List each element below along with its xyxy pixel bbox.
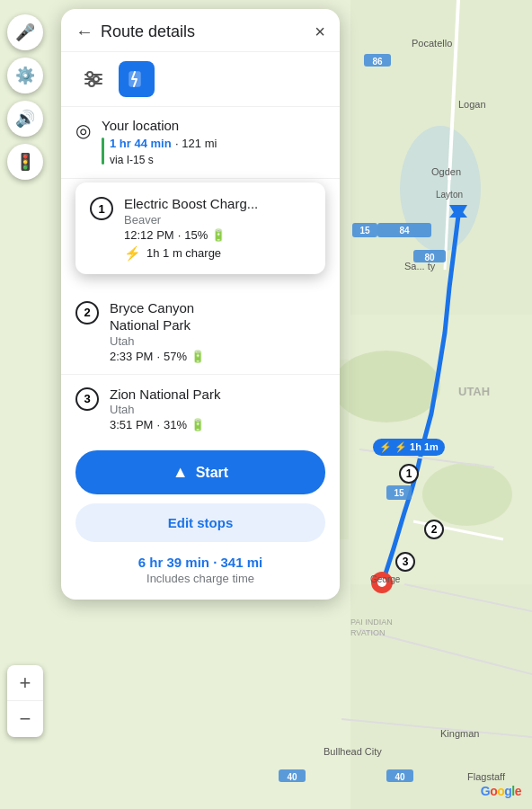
- stop-2-meta: 2:33 PM · 57% 🔋: [110, 350, 325, 363]
- stop-3-battery-icon: 🔋: [191, 418, 205, 431]
- stop-2-item[interactable]: 2 Bryce CanyonNational Park Utah 2:33 PM…: [61, 289, 340, 375]
- stop-3-details: Zion National Park Utah 3:51 PM · 31% 🔋: [110, 386, 325, 432]
- edit-stops-button[interactable]: Edit stops: [75, 503, 325, 542]
- stop-1-details: Electric Boost Charg... Beaver 12:12 PM …: [124, 195, 311, 262]
- svg-text:Kingman: Kingman: [440, 728, 479, 739]
- svg-text:Flagstaff: Flagstaff: [467, 771, 506, 782]
- stop-1-time: 12:12 PM: [124, 228, 174, 242]
- svg-text:PAI INDIAN: PAI INDIAN: [350, 618, 393, 627]
- svg-text:86: 86: [372, 57, 383, 67]
- svg-text:15: 15: [359, 226, 370, 236]
- alerts-button[interactable]: 🚦: [7, 144, 43, 180]
- stop-3-time: 3:51 PM: [110, 418, 153, 431]
- stop-1-battery: 15%: [184, 228, 208, 242]
- ev-charge-toolbar-button[interactable]: [119, 61, 155, 97]
- stop-2-number: 2: [75, 301, 99, 324]
- svg-text:15: 15: [394, 488, 404, 498]
- zoom-in-button[interactable]: +: [7, 665, 43, 701]
- trip-summary: 6 hr 39 min · 341 mi Includes charge tim…: [61, 549, 340, 600]
- origin-stop: ◎ Your location 1 hr 44 min · 121 mi via…: [61, 107, 340, 179]
- google-logo: Google: [481, 784, 521, 798]
- svg-point-6: [422, 463, 512, 526]
- stop-1-popup-wrapper: 1 Electric Boost Charg... Beaver 12:12 P…: [61, 179, 340, 289]
- svg-text:40: 40: [395, 772, 405, 782]
- stops-list[interactable]: ◎ Your location 1 hr 44 min · 121 mi via…: [61, 107, 340, 440]
- stop-2-battery: 57%: [164, 350, 187, 363]
- stop-2-name: Bryce CanyonNational Park: [110, 299, 325, 334]
- start-icon: ▲: [173, 463, 189, 482]
- stop-1-inner: 1 Electric Boost Charg... Beaver 12:12 P…: [90, 195, 311, 262]
- origin-icon: ◎: [75, 120, 91, 141]
- stop-2-separator: ·: [156, 350, 160, 363]
- svg-text:RVATION: RVATION: [350, 628, 386, 637]
- trip-note: Includes charge time: [75, 572, 325, 585]
- svg-text:Pocatello: Pocatello: [412, 38, 452, 49]
- stop-1-meta: 12:12 PM · 15% 🔋: [124, 228, 311, 242]
- settings-button[interactable]: ⚙️: [7, 58, 43, 93]
- route-panel: ← Route details × ◎: [61, 9, 340, 600]
- panel-header: ← Route details ×: [61, 9, 340, 52]
- charge-time-label: ⚡ ⚡ 1h 1m: [373, 439, 445, 456]
- close-button[interactable]: ×: [315, 22, 325, 42]
- stop-3-meta: 3:51 PM · 31% 🔋: [110, 418, 325, 431]
- svg-point-50: [89, 81, 94, 86]
- bolt-icon: ⚡: [124, 245, 141, 262]
- origin-via: via I-15 s: [110, 154, 154, 166]
- stop-3-name: Zion National Park: [110, 386, 325, 404]
- zoom-out-button[interactable]: −: [7, 701, 43, 737]
- start-button[interactable]: ▲ Start: [75, 450, 325, 494]
- stop-1-number: 1: [90, 197, 113, 220]
- svg-text:40: 40: [287, 772, 297, 782]
- start-label: Start: [196, 465, 228, 481]
- stop-2-details: Bryce CanyonNational Park Utah 2:33 PM ·…: [110, 299, 325, 363]
- stop-3-number: 3: [75, 387, 99, 411]
- origin-name: Your location: [102, 118, 217, 133]
- stop-1-separator: ·: [178, 228, 182, 242]
- back-button[interactable]: ←: [75, 22, 93, 42]
- map-stop-1: 1: [399, 464, 419, 484]
- stop-1-battery-icon: 🔋: [211, 228, 226, 242]
- stop-1-popup[interactable]: 1 Electric Boost Charg... Beaver 12:12 P…: [75, 182, 325, 274]
- origin-distance: 121 mi: [182, 137, 217, 150]
- stop-2-battery-icon: 🔋: [191, 350, 205, 363]
- svg-text:Sa... ty: Sa... ty: [404, 261, 436, 271]
- origin-duration: 1 hr 44 min: [110, 137, 172, 150]
- volume-button[interactable]: 🔊: [7, 101, 43, 137]
- stop-3-location: Utah: [110, 403, 325, 416]
- route-info: 1 hr 44 min · 121 mi via I-15 s: [102, 135, 217, 167]
- svg-point-49: [93, 76, 99, 82]
- stop-1-location: Beaver: [124, 213, 311, 227]
- svg-point-48: [87, 72, 93, 77]
- panel-toolbar: [61, 52, 340, 107]
- origin-route-text: 1 hr 44 min · 121 mi via I-15 s: [110, 135, 217, 167]
- map-stop-2: 2: [424, 520, 444, 539]
- action-buttons: ▲ Start Edit stops: [61, 440, 340, 549]
- charge-time-text: ⚡ 1h 1m: [395, 441, 439, 453]
- stop-2-time: 2:33 PM: [110, 350, 153, 363]
- stop-2-location: Utah: [110, 334, 325, 348]
- stop-1-charge-row: ⚡ 1h 1 m charge: [124, 245, 311, 262]
- svg-text:Bullhead City: Bullhead City: [324, 746, 382, 757]
- stop-1-charge-duration: 1h 1 m charge: [146, 246, 221, 260]
- svg-text:Ogden: Ogden: [431, 166, 461, 177]
- svg-text:Layton: Layton: [436, 190, 463, 200]
- svg-text:UTAH: UTAH: [458, 385, 490, 398]
- stop-3-battery: 31%: [164, 418, 187, 431]
- svg-text:George: George: [370, 574, 401, 584]
- svg-text:Logan: Logan: [458, 99, 486, 110]
- stop-3-separator: ·: [156, 418, 160, 431]
- panel-title: Route details: [101, 22, 315, 41]
- stop-1-name: Electric Boost Charg...: [124, 195, 311, 213]
- map-left-controls: 🎤 ⚙️ 🔊 🚦: [7, 0, 43, 194]
- map-stop-3: 3: [395, 552, 415, 572]
- trip-duration: 6 hr 39 min · 341 mi: [75, 555, 325, 570]
- svg-text:84: 84: [399, 226, 410, 236]
- origin-details: Your location 1 hr 44 min · 121 mi via I…: [102, 118, 217, 167]
- route-bar: [102, 138, 104, 164]
- stop-3-item[interactable]: 3 Zion National Park Utah 3:51 PM · 31% …: [61, 375, 340, 440]
- sliders-toolbar-button[interactable]: [75, 61, 111, 97]
- microphone-button[interactable]: 🎤: [7, 14, 43, 50]
- zoom-controls: + −: [7, 665, 43, 737]
